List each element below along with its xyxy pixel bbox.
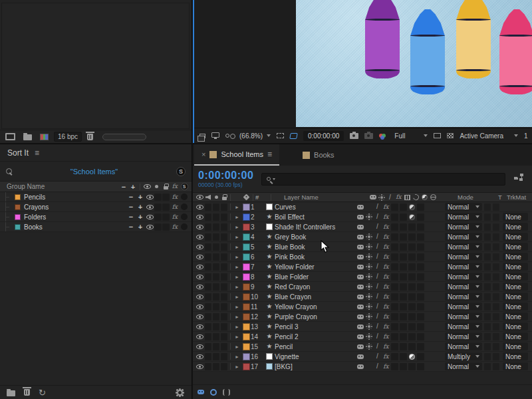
layer-row[interactable]: ►11★Yellow Crayon/fxNormalNone [193,302,532,312]
layer-label-cell[interactable] [241,253,251,261]
layer-label-cell[interactable] [241,273,251,281]
layer-visibility-toggle[interactable] [196,275,204,279]
audio-column-icon[interactable] [205,195,211,200]
frame-blend-cell[interactable] [390,263,399,271]
preserve-transparency-cell[interactable] [484,333,491,340]
group-row[interactable]: Crayons−+fx [0,202,192,212]
transparency-grid-icon[interactable] [447,133,454,138]
trkmat-dropdown[interactable]: None [503,342,528,350]
t-cell[interactable] [493,303,499,311]
group-select-cell[interactable] [180,223,189,230]
trkmat-column-header[interactable]: TrkMat [507,194,532,201]
adjustment-cell[interactable] [408,303,416,311]
solo-badge-icon[interactable]: S [176,167,186,176]
group-row[interactable]: Pencils−+fx [0,192,192,202]
adjustment-cell[interactable] [408,293,416,301]
blend-mode-dropdown[interactable]: Normal [445,342,482,350]
threed-cell[interactable] [416,203,425,211]
threed-cell[interactable] [416,333,425,340]
layer-lock-cell[interactable] [220,273,228,281]
adjustment-cell[interactable] [408,214,416,220]
layer-audio-cell[interactable] [204,233,212,241]
layer-name[interactable]: Curves [275,203,356,211]
blend-mode-dropdown[interactable]: Normal [445,253,482,261]
layer-label-cell[interactable] [241,283,251,291]
blend-mode-dropdown[interactable]: Normal [445,362,482,370]
layer-audio-cell[interactable] [204,333,212,340]
layer-expander[interactable]: ► [233,235,241,239]
quality-switch[interactable]: / [373,333,382,340]
layer-lock-cell[interactable] [220,223,228,231]
trkmat-dropdown[interactable]: None [503,223,528,231]
layer-solo-cell[interactable] [212,293,220,301]
layer-label-cell[interactable] [241,263,251,271]
layer-label-cell[interactable] [241,353,251,360]
t-cell[interactable] [493,233,499,241]
resolution-dropdown[interactable]: Full [394,132,428,140]
layer-name[interactable]: Purple Crayon [275,313,356,321]
group-visibility-toggle[interactable] [145,225,154,229]
layer-solo-cell[interactable] [212,273,220,281]
layer-expander[interactable]: ► [233,364,241,369]
t-cell[interactable] [493,313,499,321]
motion-blur-cell[interactable] [399,323,408,331]
preserve-transparency-cell[interactable] [484,293,491,301]
shy-switch[interactable] [356,245,364,249]
blend-mode-dropdown[interactable]: Normal [445,273,482,281]
t-cell[interactable] [493,343,499,350]
timeline-timecode[interactable]: 0:00:00:00 [198,170,253,182]
collapse-column-icon[interactable] [380,196,383,199]
layer-lock-cell[interactable] [220,303,228,311]
preserve-transparency-cell[interactable] [484,273,491,281]
layer-name[interactable]: Yellow Folder [275,263,356,271]
project-items-area[interactable] [1,3,190,129]
quality-switch[interactable]: / [373,363,382,370]
viewer-pasteboard[interactable] [194,0,296,127]
layer-name[interactable]: Blue Book [275,243,356,251]
layer-expander[interactable]: ► [233,205,241,209]
adjustment-cell[interactable] [408,354,416,360]
blend-mode-dropdown[interactable]: Multiply [445,352,482,360]
layer-visibility-toggle[interactable] [196,215,204,219]
t-cell[interactable] [493,243,499,251]
effects-switch[interactable]: fx [382,264,390,270]
motion-blur-cell[interactable] [399,253,408,261]
threed-cell[interactable] [416,293,425,301]
blend-mode-dropdown[interactable]: Normal [445,283,482,291]
adjustment-cell[interactable] [408,223,416,231]
layer-visibility-toggle[interactable] [196,295,204,299]
blend-mode-dropdown[interactable]: Normal [445,233,482,241]
layer-solo-cell[interactable] [212,203,220,211]
shy-switch[interactable] [356,205,364,209]
frame-blend-cell[interactable] [390,273,399,281]
layer-expander[interactable]: ► [233,215,241,219]
motion-blur-column-icon[interactable] [412,194,420,201]
search-icon[interactable] [6,168,12,174]
t-cell[interactable] [493,333,499,340]
blend-mode-dropdown[interactable]: Normal [445,243,482,251]
frame-blend-cell[interactable] [390,203,399,211]
shy-switch[interactable] [356,305,364,309]
threed-cell[interactable] [416,353,425,360]
t-cell[interactable] [493,203,499,211]
number-column-header[interactable]: # [255,194,269,201]
effects-switch[interactable]: fx [382,204,390,210]
layer-expander[interactable]: ► [233,295,241,299]
preserve-transparency-cell[interactable] [484,253,491,261]
view-dropdown[interactable]: Active Camera [460,132,518,140]
layer-solo-cell[interactable] [212,303,220,311]
shy-switch[interactable] [356,295,364,299]
group-fx-toggle[interactable]: fx [170,224,180,230]
show-snapshot-icon[interactable] [364,133,373,139]
t-cell[interactable] [493,283,499,291]
layer-audio-cell[interactable] [204,353,212,360]
collapse-switch[interactable] [364,244,373,249]
t-cell[interactable] [493,213,499,221]
shy-switch[interactable] [356,215,364,219]
bit-depth-button[interactable]: 16 bpc [54,132,82,142]
group-visibility-toggle[interactable] [145,215,154,219]
show-channel-icon[interactable] [379,134,383,138]
motion-blur-cell[interactable] [399,273,408,281]
layer-name[interactable]: Red Crayon [275,283,356,291]
t-cell[interactable] [493,223,499,231]
